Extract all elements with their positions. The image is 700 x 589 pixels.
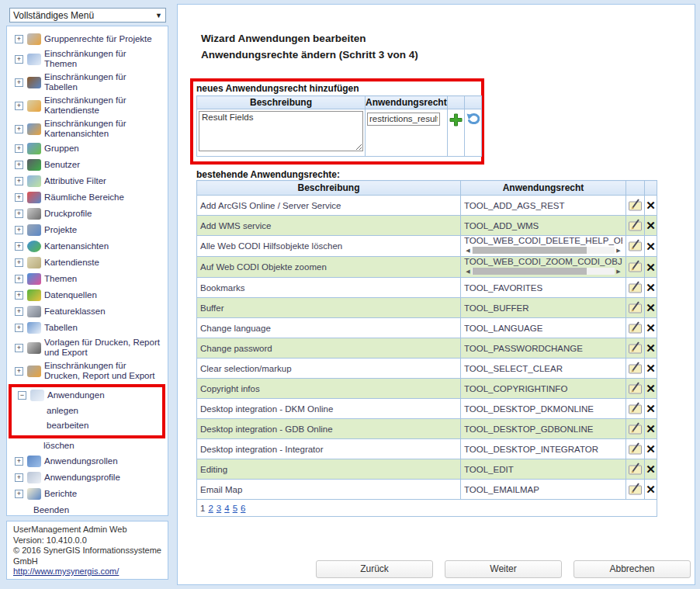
pagination-page-link[interactable]: 5 xyxy=(233,504,237,513)
scroll-right-icon[interactable]: ▶ xyxy=(615,246,622,255)
delete-button[interactable]: ✕ xyxy=(646,240,656,253)
edit-button[interactable] xyxy=(628,382,643,396)
sidebar-item-einschränkungen-für-drucken-report-und-export[interactable]: +Einschränkungen für Drucken, Report und… xyxy=(15,361,165,381)
expand-icon[interactable]: + xyxy=(15,144,23,153)
sidebar-item-räumliche-bereiche[interactable]: +Räumliche Bereiche xyxy=(15,191,165,204)
expand-icon[interactable]: + xyxy=(15,344,23,352)
sidebar-item-attributive-filter[interactable]: +Attributive Filter xyxy=(15,175,165,188)
expand-icon[interactable]: + xyxy=(15,177,23,185)
expand-icon[interactable]: + xyxy=(15,490,23,498)
sidebar-item-featureklassen[interactable]: +Featureklassen xyxy=(15,305,165,318)
delete-button[interactable]: ✕ xyxy=(646,281,656,294)
delete-button[interactable]: ✕ xyxy=(646,261,656,274)
expand-icon[interactable]: + xyxy=(15,193,23,202)
delete-button[interactable]: ✕ xyxy=(646,219,656,232)
next-button[interactable]: Weiter xyxy=(445,560,562,578)
edit-button[interactable] xyxy=(628,341,643,355)
scrollbar-track[interactable] xyxy=(472,268,615,275)
sidebar-item-einschränkungen-für-themen[interactable]: +Einschränkungen für Themen xyxy=(15,49,165,69)
add-right-button[interactable] xyxy=(449,113,463,130)
delete-button[interactable]: ✕ xyxy=(646,463,656,476)
description-input[interactable]: Result Fields xyxy=(199,111,363,151)
delete-button[interactable]: ✕ xyxy=(646,341,656,355)
sidebar-subitem-löschen[interactable]: löschen xyxy=(43,440,165,452)
expand-icon[interactable]: + xyxy=(15,307,23,316)
expand-icon[interactable]: + xyxy=(15,291,23,300)
expand-icon[interactable]: + xyxy=(15,125,23,133)
sidebar-subitem-bearbeiten[interactable]: bearbeiten xyxy=(47,420,162,431)
horizontal-scrollbar[interactable]: ◀▶ xyxy=(464,246,622,255)
sidebar-subitem-anlegen[interactable]: anlegen xyxy=(47,405,162,417)
right-name-input[interactable] xyxy=(367,113,440,126)
sidebar-item-einschränkungen-für-kartendienste[interactable]: +Einschränkungen für Kartendienste xyxy=(15,95,165,116)
delete-button[interactable]: ✕ xyxy=(646,321,656,334)
expand-icon[interactable]: + xyxy=(15,324,23,332)
edit-button[interactable] xyxy=(628,301,643,315)
sidebar-item-einschränkungen-für-kartenansichten[interactable]: +Einschränkungen für Kartenansichten xyxy=(15,119,165,139)
sidebar-item-berichte[interactable]: +Berichte xyxy=(15,487,165,501)
sidebar-item-kartenansichten[interactable]: +Kartenansichten xyxy=(15,240,165,253)
edit-button[interactable] xyxy=(628,362,643,376)
expand-icon[interactable]: + xyxy=(15,102,23,110)
sidebar-item-vorlagen-für-drucken-report-und-export[interactable]: +Vorlagen für Drucken, Report und Export xyxy=(15,338,165,358)
expand-icon[interactable]: + xyxy=(15,161,23,169)
edit-button[interactable] xyxy=(628,442,643,456)
collapse-icon[interactable]: − xyxy=(18,391,26,400)
pagination-page-link[interactable]: 2 xyxy=(208,504,213,513)
delete-button[interactable]: ✕ xyxy=(646,362,656,375)
delete-button[interactable]: ✕ xyxy=(646,402,656,415)
expand-icon[interactable]: + xyxy=(15,275,23,283)
expand-icon[interactable]: + xyxy=(15,210,23,218)
footer-link[interactable]: http://www.mysynergis.com/ xyxy=(13,566,119,576)
edit-button[interactable] xyxy=(628,199,643,213)
delete-button[interactable]: ✕ xyxy=(646,483,656,496)
expand-icon[interactable]: + xyxy=(15,78,23,87)
expand-icon[interactable]: + xyxy=(15,457,23,466)
edit-button[interactable] xyxy=(628,463,643,476)
edit-button[interactable] xyxy=(628,483,643,497)
sidebar-item-anwendungsrollen[interactable]: +Anwendungsrollen xyxy=(15,455,165,468)
sidebar-item-beenden[interactable]: Beenden xyxy=(33,504,165,516)
cancel-button[interactable]: Abbrechen xyxy=(574,560,691,578)
sidebar-item-gruppen[interactable]: +Gruppen xyxy=(15,142,165,155)
expand-icon[interactable]: + xyxy=(15,367,23,376)
delete-button[interactable]: ✕ xyxy=(646,382,656,395)
scroll-left-icon[interactable]: ◀ xyxy=(464,246,472,255)
scroll-left-icon[interactable]: ◀ xyxy=(464,267,472,275)
pagination-page-link[interactable]: 3 xyxy=(217,504,221,513)
delete-button[interactable]: ✕ xyxy=(646,422,656,435)
expand-icon[interactable]: + xyxy=(15,55,23,64)
delete-button[interactable]: ✕ xyxy=(646,199,656,212)
expand-icon[interactable]: + xyxy=(15,258,23,267)
pagination-page-link[interactable]: 6 xyxy=(241,504,245,513)
sidebar-item-tabellen[interactable]: +Tabellen xyxy=(15,321,165,334)
horizontal-scrollbar[interactable]: ◀▶ xyxy=(464,267,622,275)
scrollbar-thumb[interactable] xyxy=(473,247,587,254)
edit-button[interactable] xyxy=(628,219,643,233)
edit-button[interactable] xyxy=(628,260,643,274)
pagination-page-link[interactable]: 4 xyxy=(224,504,229,513)
sidebar-item-kartendienste[interactable]: +Kartendienste xyxy=(15,256,165,269)
sidebar-item-anwendungsprofile[interactable]: +Anwendungsprofile xyxy=(15,471,165,484)
expand-icon[interactable]: + xyxy=(15,226,23,234)
edit-button[interactable] xyxy=(628,422,643,436)
undo-button[interactable] xyxy=(466,113,480,129)
scroll-right-icon[interactable]: ▶ xyxy=(615,267,622,275)
delete-button[interactable]: ✕ xyxy=(646,301,656,314)
sidebar-item-druckprofile[interactable]: +Druckprofile xyxy=(15,207,165,220)
scrollbar-thumb[interactable] xyxy=(473,268,587,275)
expand-icon[interactable]: + xyxy=(15,473,23,482)
back-button[interactable]: Zurück xyxy=(316,560,433,578)
edit-button[interactable] xyxy=(628,321,643,335)
menu-dropdown[interactable]: Vollständiges Menü ▼ xyxy=(9,8,166,23)
sidebar-item-einschränkungen-für-tabellen[interactable]: +Einschränkungen für Tabellen xyxy=(15,72,165,92)
delete-button[interactable]: ✕ xyxy=(646,442,656,456)
sidebar-item-anwendungen[interactable]: −Anwendungen xyxy=(18,389,162,402)
edit-button[interactable] xyxy=(628,402,643,416)
scrollbar-track[interactable] xyxy=(472,247,615,254)
sidebar-item-gruppenrechte-für-projekte[interactable]: +Gruppenrechte für Projekte xyxy=(15,33,165,46)
edit-button[interactable] xyxy=(628,281,643,295)
expand-icon[interactable]: + xyxy=(15,35,23,43)
sidebar-item-benutzer[interactable]: +Benutzer xyxy=(15,158,165,172)
sidebar-item-datenquellen[interactable]: +Datenquellen xyxy=(15,289,165,302)
